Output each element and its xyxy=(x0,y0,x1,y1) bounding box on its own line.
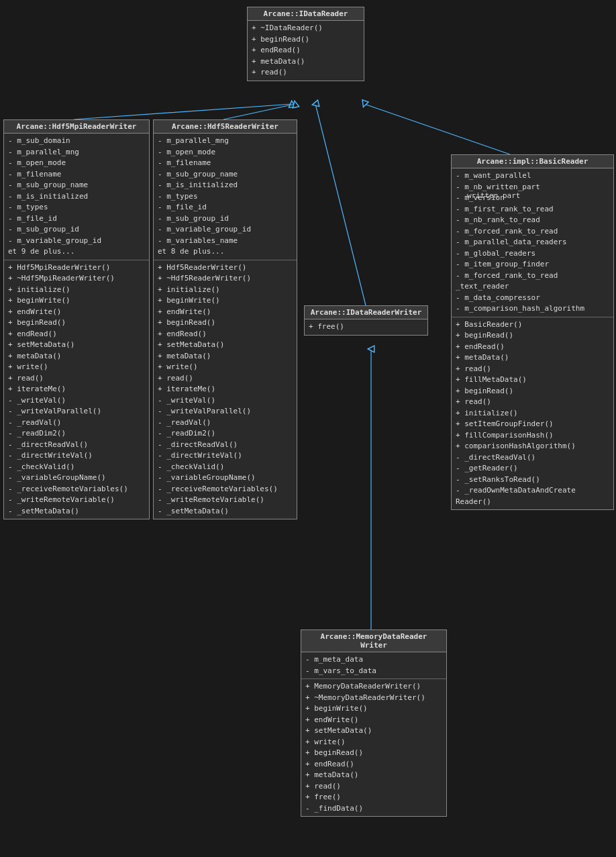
idatareaderwriter-title: Arcane::IDataReaderWriter xyxy=(305,306,427,319)
memorydatarw-methods: + MemoryDataReaderWriter() + ~MemoryData… xyxy=(301,679,446,816)
idatareaderwriter-methods: + free() xyxy=(305,319,427,335)
memorydatarw-box: Arcane::MemoryDataReaderWriter - m_meta_… xyxy=(301,629,447,817)
hdf5rw-methods: + Hdf5ReaderWriter() + ~Hdf5ReaderWriter… xyxy=(154,260,297,519)
hdf5rw-box: Arcane::Hdf5ReaderWriter - m_parallel_mn… xyxy=(153,119,297,519)
memorydatarw-title: Arcane::MemoryDataReaderWriter xyxy=(301,630,446,652)
idatareader-box: Arcane::IDataReader + ~IDataReader() + b… xyxy=(247,7,364,81)
memorydatarw-fields: - m_meta_data - m_vars_to_data xyxy=(301,652,446,679)
hdf5mpi-box: Arcane::Hdf5MpiReaderWriter - m_sub_doma… xyxy=(3,119,150,519)
svg-line-1 xyxy=(74,104,292,119)
hdf5mpi-fields: - m_sub_domain - m_parallel_mng - m_open… xyxy=(4,134,149,260)
hdf5rw-fields: - m_parallel_mng - m_open_mode - m_filen… xyxy=(154,134,297,260)
hdf5rw-title: Arcane::Hdf5ReaderWriter xyxy=(154,120,297,134)
svg-line-4 xyxy=(315,104,366,305)
hdf5mpi-methods: + Hdf5MpiReaderWriter() + ~Hdf5MpiReader… xyxy=(4,260,149,519)
basicreader-title: Arcane::impl::BasicReader xyxy=(452,155,613,168)
svg-line-3 xyxy=(364,104,510,154)
idatareader-methods: + ~IDataReader() + beginRead() + endRead… xyxy=(248,21,364,81)
hdf5mpi-title: Arcane::Hdf5MpiReaderWriter xyxy=(4,120,149,134)
svg-line-2 xyxy=(223,104,295,119)
written-part-label: written part xyxy=(467,191,520,200)
basicreader-methods: + BasicReader() + beginRead() + endRead(… xyxy=(452,317,613,510)
idatareaderwriter-box: Arcane::IDataReaderWriter + free() xyxy=(304,305,428,336)
idatareader-title: Arcane::IDataReader xyxy=(248,7,364,21)
basicreader-box: Arcane::impl::BasicReader - m_want_paral… xyxy=(451,154,614,510)
